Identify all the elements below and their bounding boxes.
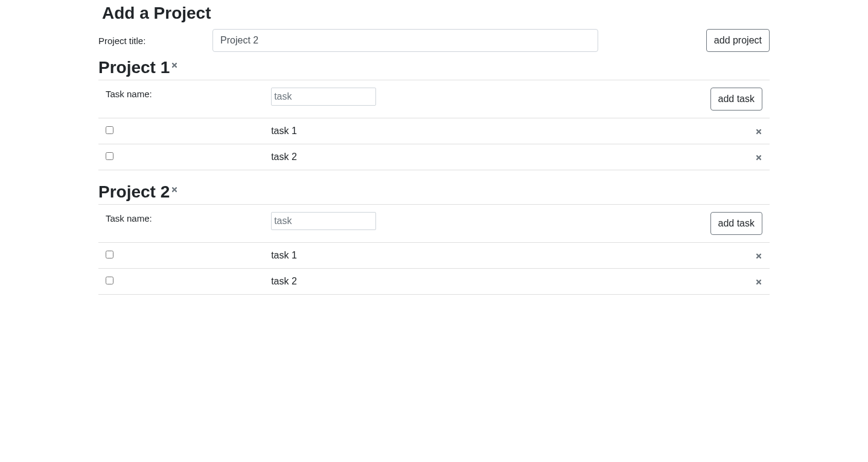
delete-task-icon[interactable]: [744, 152, 762, 162]
task-checkbox[interactable]: [106, 277, 113, 284]
project-name: Project 2: [98, 182, 170, 202]
delete-task-icon[interactable]: [744, 126, 762, 136]
task-checkbox[interactable]: [106, 152, 113, 160]
task-checkbox[interactable]: [106, 251, 113, 258]
project-title-label: Project title:: [98, 36, 212, 46]
task-name-input[interactable]: [271, 212, 376, 230]
task-row: task 1: [98, 242, 770, 268]
task-name: task 2: [271, 276, 744, 287]
add-task-row: Task name: add task: [98, 80, 770, 118]
task-row: task 2: [98, 144, 770, 170]
task-name: task 1: [271, 250, 744, 261]
task-name-label: Task name:: [106, 212, 271, 223]
delete-project-icon[interactable]: [171, 184, 178, 194]
task-checkbox[interactable]: [106, 126, 113, 134]
task-name: task 2: [271, 152, 744, 162]
add-project-button[interactable]: add project: [706, 29, 770, 52]
add-task-button[interactable]: add task: [710, 88, 762, 111]
delete-project-icon[interactable]: [171, 59, 178, 70]
page-title: Add a Project: [98, 4, 770, 23]
project-name: Project 1: [98, 58, 170, 77]
add-task-row: Task name: add task: [98, 204, 770, 242]
project-heading: Project 2: [98, 182, 770, 202]
task-name-input[interactable]: [271, 88, 376, 106]
task-name: task 1: [271, 126, 744, 136]
project-title-input[interactable]: [212, 29, 598, 52]
task-row: task 1: [98, 118, 770, 144]
delete-task-icon[interactable]: [744, 250, 762, 261]
add-task-button[interactable]: add task: [710, 212, 762, 235]
delete-task-icon[interactable]: [744, 276, 762, 287]
task-row: task 2: [98, 268, 770, 295]
add-project-form: Project title: add project: [98, 29, 770, 52]
project-heading: Project 1: [98, 58, 770, 77]
task-name-label: Task name:: [106, 88, 271, 99]
